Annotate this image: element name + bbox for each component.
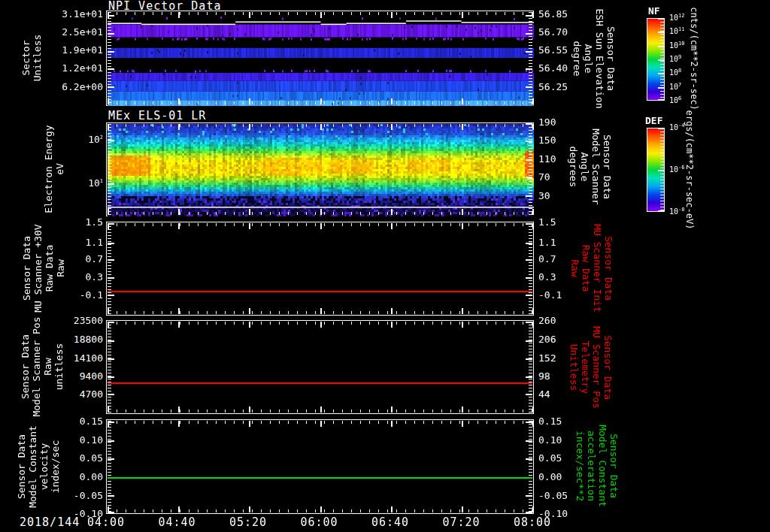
x-major-tick-top [391, 12, 393, 18]
panel3-right-tick-label-0: 1.5 [538, 216, 556, 228]
x-major-tick-bottom [249, 98, 250, 104]
y-minor-ticks-right [529, 223, 532, 314]
panel2-title: MEx ELS-01 LR [108, 110, 206, 122]
panel1-right-tick-label-1: 56.70 [538, 26, 568, 38]
x-major-tick-top [532, 421, 534, 427]
y-major-tick-left [108, 259, 114, 261]
colorbar-major-tick [658, 59, 665, 61]
y-major-tick-right [526, 322, 532, 323]
x-major-tick-bottom [249, 308, 250, 314]
x-major-tick-bottom [391, 98, 393, 104]
x-major-tick-top [462, 223, 463, 229]
colorbar-major-tick [658, 210, 665, 212]
x-major-tick-top [532, 12, 534, 18]
x-major-tick-bottom [391, 209, 393, 215]
plot-panel-5 [106, 419, 534, 514]
x-major-tick-bottom [108, 506, 109, 512]
plot-panel-2 [106, 122, 534, 216]
x-axis-tick-label-5: 07:20 [438, 515, 486, 529]
x-major-tick-bottom [108, 98, 109, 104]
x-major-tick-top [249, 322, 250, 328]
x-major-tick-bottom [532, 308, 534, 314]
data-line-mu-scanner-30v-raw [108, 291, 532, 292]
panel1-right-tick-label-2: 56.55 [538, 44, 568, 56]
x-axis-tick-label-4: 06:40 [366, 515, 414, 529]
panel1-left-tick-label-3: 1.2e+01 [0, 62, 103, 74]
x-major-tick-bottom [178, 407, 180, 413]
panel1-left-tick-label-4: 6.2e+00 [0, 81, 103, 93]
x-major-tick-bottom [178, 506, 180, 512]
y-major-tick-left [108, 183, 114, 185]
y-major-tick-left [108, 495, 114, 497]
y-minor-ticks-left [108, 322, 111, 413]
x-major-tick-bottom [249, 407, 250, 413]
panel1-right-tick-label-3: 56.40 [538, 62, 568, 74]
els-spectrogram-canvas [108, 124, 534, 216]
y-major-tick-right [526, 86, 532, 88]
panel5-y-axis-title: Sensor DataModel Constantvelocityindex/s… [16, 425, 61, 508]
colorbar-nf-tick-label-0: 1012 [669, 14, 684, 22]
x-major-tick-bottom [532, 407, 534, 413]
x-major-tick-top [108, 12, 109, 18]
x-major-tick-bottom [320, 308, 322, 314]
colorbar-nf-units: cnts/(cm**2-sr-sec) [689, 7, 699, 110]
colorbar-major-tick [658, 18, 665, 20]
x-major-tick-top [249, 12, 250, 18]
x-major-tick-top [532, 124, 534, 130]
x-major-tick-bottom [462, 506, 463, 512]
colorbar-major-tick [658, 128, 665, 129]
x-major-tick-bottom [320, 209, 322, 215]
colorbar-major-tick [658, 73, 665, 74]
y-major-tick-left [108, 340, 114, 342]
x-major-tick-bottom [532, 98, 534, 104]
panel4-right-tick-label-4: 44 [538, 388, 550, 401]
x-major-tick-bottom [462, 308, 463, 314]
x-axis-tick-label-0: 04:00 [82, 515, 130, 529]
panel5-right-axis-title: Sensor DataModel Constantaccelerationinc… [574, 425, 620, 507]
y-major-tick-left [108, 440, 114, 442]
y-major-tick-left [108, 277, 114, 279]
x-major-tick-top [178, 223, 180, 229]
panel3-right-tick-label-3: 0.3 [538, 271, 556, 283]
y-major-tick-right [526, 177, 532, 178]
x-major-tick-top [320, 421, 322, 427]
y-minor-ticks-right [529, 124, 532, 215]
x-major-tick-bottom [462, 407, 463, 413]
x-axis-tick-label-2: 05:20 [224, 515, 272, 529]
colorbar-nf-tick-label-4: 108 [669, 68, 681, 77]
panel1-left-tick-label-2: 1.9e+01 [0, 44, 103, 56]
panel4-right-tick-label-0: 260 [538, 315, 556, 327]
y-major-tick-left [108, 295, 114, 296]
x-major-tick-top [462, 12, 463, 18]
y-major-tick-right [526, 243, 532, 244]
x-major-tick-bottom [462, 209, 463, 215]
y-major-tick-left [108, 243, 114, 244]
panel5-right-tick-label-2: 0.05 [538, 452, 562, 464]
x-major-tick-bottom [320, 98, 322, 104]
x-major-tick-bottom [391, 506, 393, 512]
colorbar-def-label: DEF [645, 116, 662, 126]
y-major-tick-right [526, 394, 532, 395]
x-major-tick-top [249, 223, 250, 229]
y-major-tick-left [108, 68, 114, 70]
x-major-tick-top [108, 322, 109, 328]
panel1-right-tick-label-4: 56.25 [538, 81, 568, 93]
panel2-right-axis-title: Sensor DataModel ScannerAngledegrees [568, 128, 613, 205]
panel2-y-axis-title: Electron EnergyeV [43, 125, 65, 213]
y-major-tick-right [526, 223, 532, 225]
x-major-tick-bottom [320, 506, 322, 512]
x-major-tick-bottom [108, 308, 109, 314]
x-major-tick-top [178, 124, 180, 130]
y-major-tick-left [108, 358, 114, 360]
x-major-tick-top [391, 124, 393, 130]
x-major-tick-top [320, 223, 322, 229]
colorbar-major-tick [658, 170, 665, 171]
panel2-right-tick-label-4: 30 [538, 190, 550, 202]
x-major-tick-top [462, 322, 463, 328]
panel2-right-tick-label-3: 70 [538, 171, 550, 183]
x-major-tick-bottom [249, 506, 250, 512]
y-major-tick-right [526, 195, 532, 197]
panel3-right-axis-title: Sensor DataMU Scanner InitRaw DataRaw [569, 224, 614, 312]
x-axis-tick-label-1: 04:40 [153, 515, 202, 529]
panel4-right-tick-label-2: 152 [538, 352, 556, 364]
